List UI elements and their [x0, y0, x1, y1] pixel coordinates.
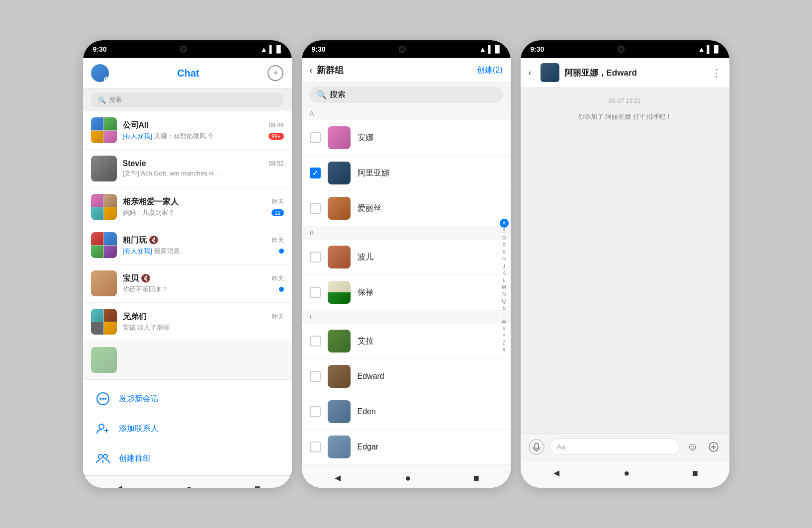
alpha-a[interactable]: A — [500, 219, 509, 228]
home-nav-button[interactable]: ● — [614, 465, 639, 481]
add-contact-label: 添加联系人 — [119, 424, 159, 434]
chat-time: 昨天 — [272, 198, 284, 206]
alpha-b[interactable]: B — [500, 228, 508, 235]
create-group-button[interactable]: 创建(2) — [477, 65, 503, 76]
alpha-k[interactable]: K — [500, 270, 508, 276]
status-time-2: 9:30 — [312, 45, 326, 53]
user-avatar[interactable] — [91, 64, 109, 82]
recent-nav-button[interactable]: ■ — [245, 481, 271, 488]
battery-icon: ▊ — [714, 45, 720, 53]
nav-bar-3: ◄ ● ■ — [521, 460, 729, 488]
alpha-q[interactable]: Q — [500, 298, 508, 304]
alpha-e[interactable]: E — [500, 242, 508, 249]
chat-info: 公司All 09:46 [有人@我] 美娜：@烈焰微风 今天能给... 99+ — [123, 120, 284, 141]
add-chat-button[interactable]: + — [268, 65, 283, 81]
camera-notch-1 — [180, 46, 187, 53]
chat-info: Stevie 08:52 [文件] Ach Gott, wie manches … — [123, 159, 284, 178]
contact-item-edgar[interactable]: Edgar — [302, 430, 511, 465]
back-nav-button[interactable]: ◄ — [541, 465, 571, 481]
back-nav-button[interactable]: ◄ — [104, 481, 134, 488]
home-nav-button[interactable]: ● — [176, 481, 202, 488]
search-icon: 🔍 — [98, 96, 106, 104]
alpha-m[interactable]: M — [500, 284, 508, 290]
chat-info: 粗门玩 🔇 昨天 [有人@我] 最新消息 — [123, 235, 284, 256]
recent-nav-button[interactable]: ■ — [682, 465, 708, 481]
alpha-w[interactable]: W — [500, 319, 508, 325]
contact-name-aliyana: 阿里亚娜 — [358, 168, 389, 178]
create-group-label: 创建群组 — [119, 453, 151, 464]
checkbox-eden[interactable] — [310, 406, 321, 417]
chat-dot-badge — [279, 287, 284, 292]
section-header-a: A — [302, 107, 511, 120]
alpha-x[interactable]: X — [500, 326, 508, 332]
checkbox-alisi[interactable] — [310, 203, 321, 214]
chat-item[interactable]: Stevie 08:52 [文件] Ach Gott, wie manches … — [83, 150, 292, 188]
contact-item-aila[interactable]: 艾拉 — [302, 324, 511, 359]
alpha-n[interactable]: N — [500, 291, 508, 297]
chat-item[interactable]: 相亲相爱一家人 昨天 妈妈：几点到家？ 12 — [83, 188, 292, 226]
contact-name-edgar: Edgar — [358, 442, 379, 451]
more-options-button[interactable]: ⋮ — [712, 67, 722, 79]
home-nav-button[interactable]: ● — [395, 470, 421, 486]
chat-item[interactable]: 宝贝 🔇 昨天 你还不滚回来？ — [83, 264, 292, 303]
chat-dot-badge — [279, 249, 284, 254]
chat-item[interactable]: 兄弟们 昨天 安德 加入了群聊 — [83, 303, 292, 341]
chat-name: 相亲相爱一家人 — [123, 197, 179, 207]
alpha-hash[interactable]: # — [501, 347, 508, 353]
checkbox-anna[interactable] — [310, 132, 321, 143]
voice-button[interactable] — [529, 439, 544, 455]
chat-name: 公司All — [123, 120, 149, 131]
status-bar-1: 9:30 ▲ ▌ ▊ — [83, 40, 292, 58]
alpha-s[interactable]: S — [500, 305, 508, 311]
alpha-d[interactable]: D — [500, 235, 508, 242]
back-nav-button[interactable]: ◄ — [323, 470, 353, 486]
alpha-y[interactable]: Y — [500, 333, 508, 339]
chat-badge: 12 — [271, 209, 283, 216]
chat-item[interactable]: 公司All 09:46 [有人@我] 美娜：@烈焰微风 今天能给... 99+ — [83, 111, 292, 150]
message-input[interactable]: Aa — [549, 439, 680, 455]
svg-point-10 — [535, 443, 539, 449]
add-contact-item[interactable]: 添加联系人 — [83, 414, 292, 443]
alpha-t[interactable]: T — [500, 312, 507, 318]
alpha-l[interactable]: L — [501, 277, 508, 283]
chat-item[interactable]: 粗门玩 🔇 昨天 [有人@我] 最新消息 — [83, 226, 292, 264]
checkbox-edward[interactable] — [310, 371, 321, 382]
emoji-button[interactable]: ☺ — [685, 439, 701, 455]
contact-item-alisi[interactable]: 爱丽丝 — [302, 191, 511, 226]
attach-button[interactable] — [706, 439, 722, 455]
chat-item[interactable] — [83, 341, 292, 379]
chat-time: 昨天 — [272, 236, 284, 245]
contact-name-alisi: 爱丽丝 — [358, 203, 381, 214]
checkbox-aila[interactable] — [310, 336, 321, 347]
section-header-b: B — [302, 226, 511, 240]
alpha-j[interactable]: J — [501, 263, 507, 269]
chat-time: 昨天 — [272, 313, 284, 321]
recent-nav-button[interactable]: ■ — [463, 470, 489, 486]
status-icons-1: ▲ ▌ ▊ — [261, 45, 282, 53]
checkbox-baolu[interactable] — [310, 287, 321, 298]
contact-item-aliyana[interactable]: 阿里亚娜 — [302, 156, 511, 191]
alpha-z[interactable]: Z — [500, 340, 507, 346]
contact-name-edward: Edward — [358, 372, 384, 381]
contact-name-baolu: 保禄 — [358, 287, 373, 298]
contact-item-edward[interactable]: Edward — [302, 359, 511, 394]
chat-avatar-family — [91, 194, 117, 220]
checkbox-boer[interactable] — [310, 252, 321, 263]
chat-back-button[interactable]: ‹ — [529, 68, 532, 78]
checkbox-edgar[interactable] — [310, 441, 321, 452]
group-title: 新群组 — [317, 64, 477, 76]
search-bar[interactable]: 🔍 搜索 — [91, 92, 284, 107]
group-search-bar[interactable]: 🔍 搜索 — [310, 87, 503, 103]
create-group-item[interactable]: 创建群组 — [83, 443, 292, 473]
new-chat-item[interactable]: 发起新会话 — [83, 384, 292, 414]
back-button[interactable]: ‹ — [310, 65, 313, 76]
contact-item-eden[interactable]: Eden — [302, 394, 511, 430]
alpha-h[interactable]: H — [500, 256, 508, 263]
status-bar-3: 9:30 ▲ ▌ ▊ — [521, 40, 729, 58]
battery-icon: ▊ — [495, 45, 501, 53]
checkbox-aliyana[interactable] — [310, 168, 321, 178]
alpha-f[interactable]: F — [500, 249, 507, 256]
contact-item-boer[interactable]: 波儿 — [302, 240, 511, 275]
contact-item-anna[interactable]: 安娜 — [302, 120, 511, 156]
contact-item-baolu[interactable]: 保禄 — [302, 275, 511, 310]
